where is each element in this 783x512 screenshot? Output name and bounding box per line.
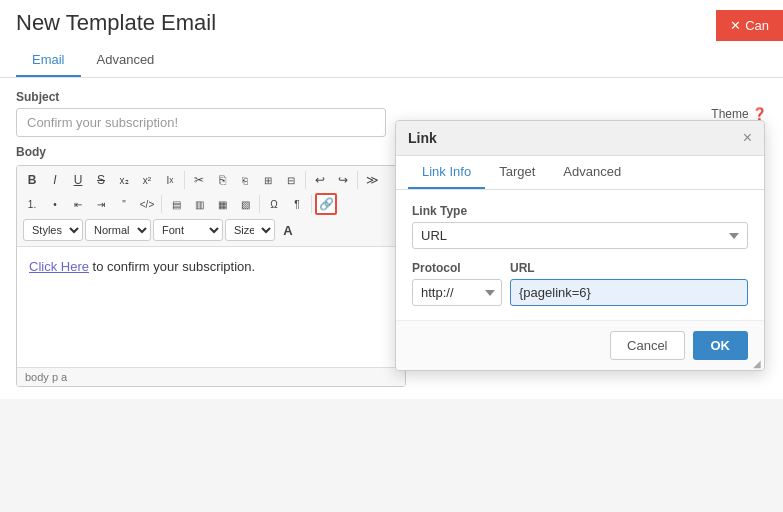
body-content: to confirm your subscription.: [89, 259, 255, 274]
paste-text-button[interactable]: ⊞: [257, 169, 279, 191]
editor-footer: body p a: [17, 367, 405, 386]
modal-title: Link: [408, 130, 437, 146]
blockquote-button[interactable]: ": [113, 193, 135, 215]
indent-button[interactable]: ⇥: [90, 193, 112, 215]
styles-select[interactable]: Styles: [23, 219, 83, 241]
modal-body: Link Type URL Link to anchor in the text…: [396, 190, 764, 320]
superscript-button[interactable]: x²: [136, 169, 158, 191]
align-left-button[interactable]: ▤: [165, 193, 187, 215]
tab-target[interactable]: Target: [485, 156, 549, 189]
special-button-1[interactable]: Ω: [263, 193, 285, 215]
subject-group: Subject: [16, 90, 386, 137]
modal-close-button[interactable]: ×: [743, 129, 752, 147]
tab-email[interactable]: Email: [16, 44, 81, 77]
special-button-2[interactable]: ¶: [286, 193, 308, 215]
click-here-link[interactable]: Click Here: [29, 259, 89, 274]
tab-link-info[interactable]: Link Info: [408, 156, 485, 189]
bold-button[interactable]: B: [21, 169, 43, 191]
toolbar-row-2: 1. • ⇤ ⇥ " </> ▤ ▥ ▦ ▧ Ω ¶ 🔗: [21, 193, 401, 215]
protocol-select[interactable]: http:// https:// ftp:// news:// other: [412, 279, 502, 306]
redo-button[interactable]: ↪: [332, 169, 354, 191]
resize-handle[interactable]: ◢: [750, 356, 764, 370]
toolbar-sep-5: [259, 195, 260, 213]
subscript-button[interactable]: x₂: [113, 169, 135, 191]
modal-footer: Cancel OK: [396, 320, 764, 370]
subject-label: Subject: [16, 90, 386, 104]
undo-button[interactable]: ↩: [309, 169, 331, 191]
modal-cancel-button[interactable]: Cancel: [610, 331, 684, 360]
outdent-button[interactable]: ⇤: [67, 193, 89, 215]
tab-link-advanced[interactable]: Advanced: [549, 156, 635, 189]
toolbar-row-3: Styles Normal Font Size A: [21, 217, 401, 243]
modal-ok-button[interactable]: OK: [693, 331, 749, 360]
link-type-select[interactable]: URL Link to anchor in the text E-Mail: [412, 222, 748, 249]
toolbar-row-1: B I U S x₂ x² Ix ✂ ⎘ ⎗ ⊞ ⊟ ↩ ↪ ≫: [21, 169, 401, 191]
protocol-label: Protocol: [412, 261, 502, 275]
cut-button[interactable]: ✂: [188, 169, 210, 191]
page-title: New Template Email: [16, 10, 216, 36]
font-color-button[interactable]: A: [277, 219, 299, 241]
modal-tabs: Link Info Target Advanced: [396, 156, 764, 190]
toolbar-sep-6: [311, 195, 312, 213]
url-label: URL: [510, 261, 748, 275]
paste-button[interactable]: ⎗: [234, 169, 256, 191]
page-header: New Template Email ✕ Can Email Advanced: [0, 0, 783, 78]
copy-button[interactable]: ⎘: [211, 169, 233, 191]
toolbar-sep-1: [184, 171, 185, 189]
underline-button[interactable]: U: [67, 169, 89, 191]
editor-toolbar: B I U S x₂ x² Ix ✂ ⎘ ⎗ ⊞ ⊟ ↩ ↪ ≫ 1.: [17, 166, 405, 247]
x-icon: ✕: [730, 18, 741, 33]
italic-button[interactable]: I: [44, 169, 66, 191]
link-button[interactable]: 🔗: [315, 193, 337, 215]
link-type-label: Link Type: [412, 204, 748, 218]
url-group: URL: [510, 261, 748, 306]
size-select[interactable]: Size: [225, 219, 275, 241]
tab-advanced[interactable]: Advanced: [81, 44, 171, 77]
toolbar-sep-3: [357, 171, 358, 189]
align-center-button[interactable]: ▥: [188, 193, 210, 215]
align-right-button[interactable]: ▦: [211, 193, 233, 215]
more-button[interactable]: ≫: [361, 169, 383, 191]
url-input[interactable]: [510, 279, 748, 306]
strikethrough-button[interactable]: S: [90, 169, 112, 191]
font-select[interactable]: Font: [153, 219, 223, 241]
unordered-list-button[interactable]: •: [44, 193, 66, 215]
url-row: Protocol http:// https:// ftp:// news://…: [412, 261, 748, 306]
editor-body[interactable]: Click Here to confirm your subscription.: [17, 247, 405, 367]
align-justify-button[interactable]: ▧: [234, 193, 256, 215]
cancel-top-label: Can: [745, 18, 769, 33]
toolbar-sep-2: [305, 171, 306, 189]
toolbar-sep-4: [161, 195, 162, 213]
codeblock-button[interactable]: </>: [136, 193, 158, 215]
page-tabs: Email Advanced: [16, 44, 767, 77]
subject-input[interactable]: [16, 108, 386, 137]
theme-label: Theme ❓: [711, 107, 767, 121]
link-type-group: Link Type URL Link to anchor in the text…: [412, 204, 748, 249]
link-modal: Link × Link Info Target Advanced Link Ty…: [395, 120, 765, 371]
clear-format-button[interactable]: Ix: [159, 169, 181, 191]
cancel-top-button[interactable]: ✕ Can: [716, 10, 783, 41]
paste-word-button[interactable]: ⊟: [280, 169, 302, 191]
theme-help-icon: ❓: [752, 107, 767, 121]
ordered-list-button[interactable]: 1.: [21, 193, 43, 215]
modal-header: Link ×: [396, 121, 764, 156]
protocol-group: Protocol http:// https:// ftp:// news://…: [412, 261, 502, 306]
editor-container: B I U S x₂ x² Ix ✂ ⎘ ⎗ ⊞ ⊟ ↩ ↪ ≫ 1.: [16, 165, 406, 387]
normal-select[interactable]: Normal: [85, 219, 151, 241]
